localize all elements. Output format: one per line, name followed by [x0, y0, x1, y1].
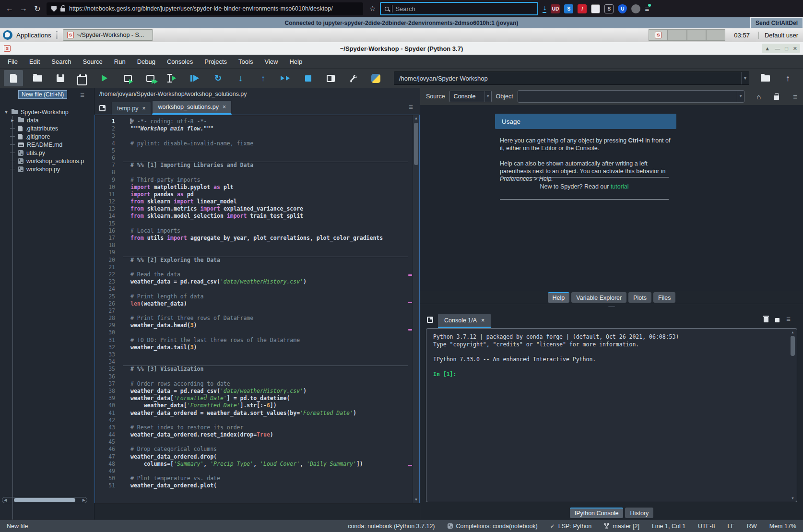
forward-icon[interactable]: →: [19, 4, 28, 13]
code-line[interactable]: weather_data.head(3): [123, 322, 408, 329]
editor-tab-workshop_solutions-py[interactable]: workshop_solutions.py×: [152, 100, 231, 115]
code-line[interactable]: weather_data = pd.read_csv('data/weather…: [123, 278, 408, 285]
code-line[interactable]: from utils import aggregate_by_year, plo…: [123, 235, 408, 242]
code-line[interactable]: # Drop categorical columns: [123, 446, 408, 453]
save-all-button[interactable]: [71, 70, 94, 86]
chevron-down-icon[interactable]: ▾: [4, 109, 9, 115]
maximize-icon[interactable]: □: [785, 44, 788, 53]
scroll-down-icon[interactable]: ▼: [790, 497, 795, 500]
close-icon[interactable]: ×: [142, 105, 145, 112]
tree-item-readme-md[interactable]: README.md: [0, 141, 94, 149]
tutorial-link[interactable]: tutorial: [611, 183, 629, 190]
code-line[interactable]: weather_data['Formatted Date'] = pd.to_d…: [123, 395, 408, 402]
stop-button[interactable]: [297, 70, 319, 86]
menu-search[interactable]: Search: [51, 58, 71, 65]
code-line[interactable]: [123, 154, 408, 162]
menu-file[interactable]: File: [8, 58, 18, 65]
tree-item-workshop-solutions-p[interactable]: workshop_solutions.p: [0, 157, 94, 165]
menu-source[interactable]: Source: [83, 58, 103, 65]
code-line[interactable]: [123, 358, 408, 366]
send-ctrlaltdel-button[interactable]: Send CtrlAltDel: [750, 17, 803, 28]
workspace-2[interactable]: [687, 29, 706, 41]
tree-item-root[interactable]: ▾Spyder-Workshop: [0, 108, 94, 116]
code-line[interactable]: weather_data.tail(3): [123, 344, 408, 351]
lsp-status[interactable]: ✓LSP: Python: [550, 523, 592, 530]
tree-item--gitignore[interactable]: .gitignore: [0, 132, 94, 141]
menu-run[interactable]: Run: [114, 58, 126, 65]
code-line[interactable]: weather_data_ordered.plot(: [123, 482, 408, 489]
task-button-spyder[interactable]: S ~/Spyder-Workshop - S...: [63, 29, 153, 41]
run-file-button[interactable]: [94, 70, 117, 86]
browse-tabs-icon[interactable]: [99, 105, 106, 111]
code-line[interactable]: weather_data_ordered.reset_index(drop=Tr…: [123, 431, 408, 438]
workspace-3[interactable]: [706, 29, 725, 41]
code-line[interactable]: from sklearn.model_selection import trai…: [123, 213, 408, 220]
code-line[interactable]: # Print first three rows of DataFrame: [123, 315, 408, 322]
scrollbar-thumb[interactable]: [414, 123, 418, 165]
menu-projects[interactable]: Projects: [204, 58, 227, 65]
tab-help[interactable]: Help: [548, 292, 570, 303]
run-cell-advance-button[interactable]: [139, 70, 162, 86]
working-directory-combobox[interactable]: /home/jovyan/Spyder-Workshop ▼: [394, 71, 749, 85]
code-line[interactable]: # Print length of data: [123, 293, 408, 300]
code-editor[interactable]: 1234567891011121314151617181920212223242…: [94, 115, 420, 503]
scroll-down-icon[interactable]: ▼: [413, 497, 419, 502]
parent-directory-button[interactable]: ↑: [777, 70, 799, 86]
console-scrollbar[interactable]: ▲ ▼: [790, 330, 795, 500]
applications-menu-icon[interactable]: [3, 30, 12, 40]
code-line[interactable]: # %% [2] Exploring the Data: [123, 257, 408, 264]
code-line[interactable]: # pylint: disable=invalid-name, fixme: [123, 140, 408, 147]
help-options-icon[interactable]: ≡: [793, 93, 797, 100]
dropdown-arrow-icon[interactable]: ▼: [741, 72, 749, 84]
code-line[interactable]: [123, 468, 408, 475]
code-line[interactable]: # Read the data: [123, 271, 408, 278]
code-line[interactable]: [123, 264, 408, 271]
code-line[interactable]: # Order rows according to date: [123, 380, 408, 388]
remove-variables-icon[interactable]: [764, 317, 768, 322]
extension-s-gray-icon[interactable]: S: [604, 4, 614, 13]
scrollbar-thumb[interactable]: [791, 336, 795, 356]
code-line[interactable]: columns=['Summary', 'Precip Type', 'Loud…: [123, 461, 408, 468]
pane-splitter[interactable]: [420, 304, 803, 309]
tab-ipython-console[interactable]: IPython Console: [570, 508, 624, 518]
chevron-right-icon[interactable]: ▸: [10, 118, 15, 123]
applications-menu[interactable]: Applications: [16, 32, 51, 39]
conda-env-status[interactable]: conda: notebook (Python 3.7.12): [348, 523, 435, 530]
downloads-icon[interactable]: ↓: [543, 4, 546, 13]
tray-spyder-icon[interactable]: S: [649, 29, 668, 41]
close-icon[interactable]: ×: [223, 104, 226, 110]
code-line[interactable]: [123, 285, 408, 293]
code-line[interactable]: [123, 351, 408, 358]
step-into-button[interactable]: ↓: [229, 70, 252, 86]
code-line[interactable]: # -*- coding: utf-8 -*-: [123, 118, 408, 125]
code-line[interactable]: weather_data['Formatted Date'].str[:-6]): [123, 402, 408, 409]
user-label[interactable]: Default user: [758, 32, 798, 39]
continue-button[interactable]: [274, 70, 297, 86]
tree-item-workshop-py[interactable]: workshop.py: [0, 165, 94, 173]
editor-options-icon[interactable]: ≡: [409, 103, 413, 110]
tree-item-data[interactable]: ▸data: [0, 116, 94, 124]
extension-ud-icon[interactable]: UD: [551, 4, 560, 13]
close-icon[interactable]: ×: [481, 317, 484, 324]
warning-flag-marker[interactable]: [408, 302, 412, 303]
dropdown-arrow-icon[interactable]: ▼: [737, 91, 744, 102]
console-options-icon[interactable]: ≡: [786, 315, 791, 322]
code-line[interactable]: [123, 249, 408, 256]
lock-icon[interactable]: [774, 95, 779, 100]
source-combobox[interactable]: Console ▼: [449, 91, 492, 102]
maximize-pane-button[interactable]: [319, 70, 342, 86]
console-output[interactable]: Python 3.7.12 | packaged by conda-forge …: [426, 328, 797, 502]
code-line[interactable]: # TO DO: Print the last three rows of th…: [123, 337, 408, 344]
interrupt-kernel-icon[interactable]: [775, 318, 779, 322]
scrollbar-thumb[interactable]: [14, 498, 75, 502]
encoding-status[interactable]: UTF-8: [698, 523, 715, 530]
code-line[interactable]: [123, 242, 408, 249]
save-button[interactable]: [49, 70, 71, 86]
spyder-titlebar[interactable]: S ~/Spyder-Workshop - Spyder (Python 3.7…: [0, 42, 803, 55]
console-tab[interactable]: Console 1/A ×: [438, 314, 491, 328]
completions-status[interactable]: Completions: conda(notebook): [448, 523, 538, 530]
browser-menu-icon[interactable]: ≡: [645, 5, 649, 13]
editor-vertical-scrollbar[interactable]: ▲ ▼: [413, 115, 419, 503]
tab-files[interactable]: Files: [653, 292, 675, 303]
browse-tabs-icon[interactable]: [427, 317, 433, 323]
